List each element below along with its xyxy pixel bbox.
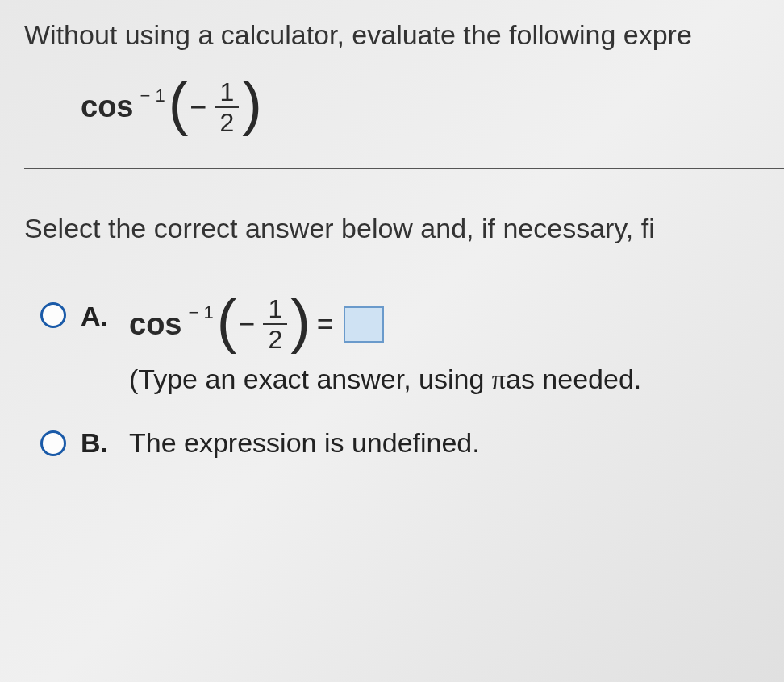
right-paren: ): [242, 80, 262, 127]
radio-a[interactable]: [40, 302, 66, 328]
option-a-func: cos: [129, 307, 181, 342]
option-b-text: The expression is undefined.: [129, 427, 480, 459]
answer-prompt: Select the correct answer below and, if …: [24, 210, 784, 248]
option-a-lparen: (: [217, 297, 237, 345]
equals-sign: =: [317, 307, 334, 341]
answer-input-box[interactable]: [344, 306, 384, 343]
option-a-label: A.: [81, 301, 108, 332]
argument-minus: −: [190, 90, 206, 124]
hint-suffix: as needed.: [506, 364, 641, 394]
option-a-minus: −: [238, 307, 255, 341]
radio-b[interactable]: [40, 430, 66, 456]
pi-symbol: π: [492, 364, 506, 394]
question-text: Without using a calculator, evaluate the…: [24, 16, 784, 55]
option-a-exp: − 1: [188, 302, 213, 323]
exponent: − 1: [140, 85, 165, 106]
main-expression: cos − 1 ( − 1 2 ): [81, 79, 784, 135]
left-paren: (: [169, 80, 189, 127]
numerator: 1: [215, 79, 239, 106]
option-b: B. The expression is undefined.: [40, 427, 784, 459]
fraction: 1 2: [215, 79, 239, 135]
option-a-den: 2: [263, 323, 287, 352]
denominator: 2: [215, 106, 239, 135]
option-a-num: 1: [263, 296, 287, 323]
function-name: cos: [81, 89, 133, 124]
hint-prefix: (Type an exact answer, using: [129, 364, 492, 394]
option-a-hint: (Type an exact answer, using πas needed.: [129, 364, 641, 395]
divider: [24, 168, 784, 169]
option-a-fraction: 1 2: [263, 296, 287, 352]
option-a-rparen: ): [290, 297, 311, 345]
option-a: A. cos − 1 ( − 1 2 ) = (Type an exact an…: [40, 296, 784, 395]
option-b-label: B.: [81, 427, 108, 459]
